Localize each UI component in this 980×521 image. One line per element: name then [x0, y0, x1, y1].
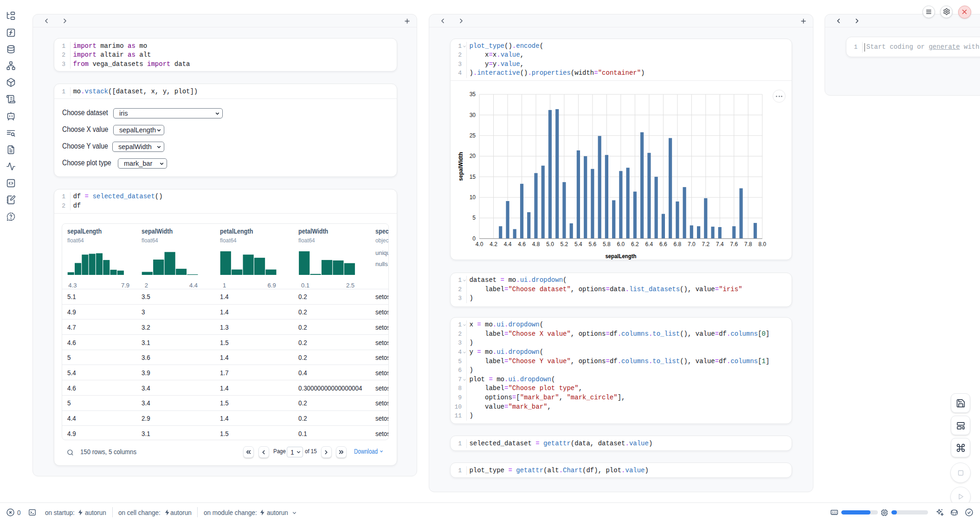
svg-text:5.6: 5.6 — [589, 241, 597, 247]
svg-text:4.6: 4.6 — [518, 241, 526, 247]
svg-text:7.8: 7.8 — [744, 241, 752, 247]
svg-text:4.2: 4.2 — [490, 241, 497, 247]
svg-text:5.2: 5.2 — [561, 241, 568, 247]
svg-text:5: 5 — [472, 215, 476, 221]
svg-text:5.4: 5.4 — [574, 241, 582, 247]
svg-text:sepalWidth: sepalWidth — [458, 152, 464, 181]
svg-text:5.8: 5.8 — [603, 241, 611, 247]
svg-text:6.4: 6.4 — [645, 241, 653, 247]
svg-text:7.6: 7.6 — [730, 241, 738, 247]
svg-text:15: 15 — [470, 174, 476, 180]
svg-text:30: 30 — [470, 112, 476, 118]
svg-text:20: 20 — [470, 153, 476, 159]
svg-text:4.0: 4.0 — [476, 241, 484, 247]
svg-text:5.0: 5.0 — [546, 241, 554, 247]
svg-text:6.0: 6.0 — [617, 241, 625, 247]
svg-text:35: 35 — [470, 91, 476, 98]
svg-text:7.0: 7.0 — [688, 241, 696, 247]
svg-text:25: 25 — [470, 132, 476, 139]
svg-text:4.8: 4.8 — [532, 241, 540, 247]
svg-text:4.4: 4.4 — [504, 241, 512, 247]
svg-text:7.4: 7.4 — [716, 241, 724, 247]
svg-text:6.6: 6.6 — [659, 241, 667, 247]
svg-text:7.2: 7.2 — [702, 241, 709, 247]
svg-text:6.2: 6.2 — [631, 241, 639, 247]
svg-text:8.0: 8.0 — [758, 241, 766, 247]
svg-text:sepalLength: sepalLength — [605, 253, 636, 260]
svg-text:10: 10 — [470, 194, 476, 201]
svg-text:6.8: 6.8 — [674, 241, 682, 247]
